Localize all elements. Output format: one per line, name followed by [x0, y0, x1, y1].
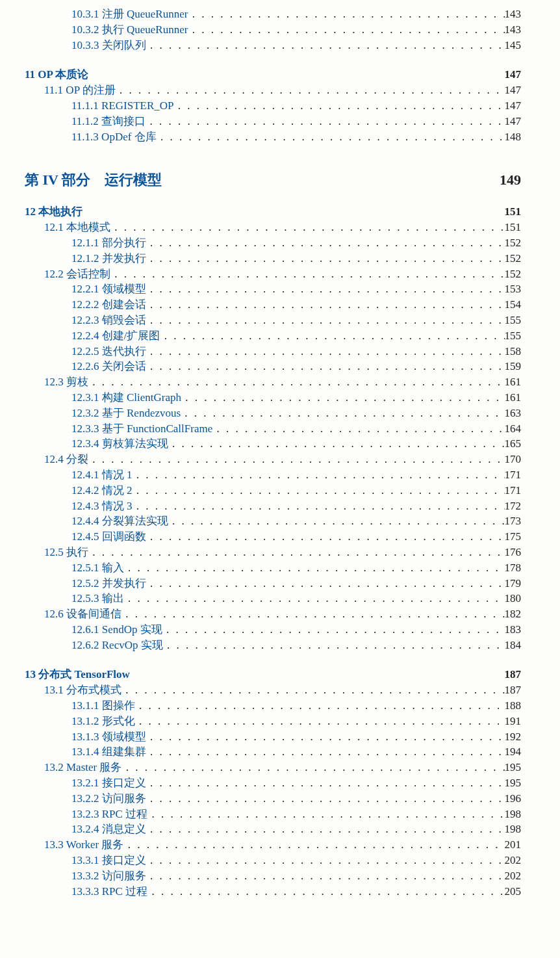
toc-leader-dots	[149, 344, 505, 359]
toc-entry[interactable]: 13.3.3 RPC 过程 205	[25, 884, 521, 900]
toc-label: 13.2.2 访问服务	[71, 791, 146, 807]
toc-label: 13.2.1 接口定义	[71, 775, 146, 791]
toc-page-number: 195	[505, 775, 522, 791]
toc-entry[interactable]: 12.3.3 基于 FunctionCallFrame 164	[25, 421, 521, 437]
toc-entry[interactable]: 12.6 设备间通信 182	[25, 606, 521, 622]
toc-entry[interactable]: 10.3.2 执行 QueueRunner 143	[25, 22, 521, 38]
toc-entry[interactable]: 12 本地执行151	[25, 204, 521, 220]
toc-entry[interactable]: 11.1.2 查询接口 147	[25, 114, 521, 129]
toc-entry[interactable]: 10.3.3 关闭队列 145	[25, 38, 521, 53]
toc-entry[interactable]: 12.3 剪枝 161	[25, 374, 521, 390]
toc-page-number: 161	[505, 390, 522, 406]
toc-entry[interactable]: 11 OP 本质论147	[25, 67, 521, 83]
toc-entry[interactable]: 12.1.1 部分执行 152	[25, 235, 521, 251]
toc-entry[interactable]: 12.2.1 领域模型 153	[25, 281, 521, 297]
toc-leader-dots	[183, 406, 504, 421]
toc-entry[interactable]: 13.2.2 访问服务 196	[25, 791, 521, 807]
toc-entry[interactable]: 13.2.1 接口定义 195	[25, 775, 521, 791]
toc-label: 12.5 执行	[44, 545, 88, 560]
toc-leader-dots	[171, 513, 505, 529]
toc-entry[interactable]: 11.1 OP 的注册 147	[25, 83, 521, 98]
toc-entry[interactable]: 12.2.3 销毁会话 155	[25, 313, 521, 328]
toc-entry[interactable]: 12.6.2 RecvOp 实现 184	[25, 638, 521, 653]
toc-leader-dots	[149, 38, 505, 53]
toc-label: 11.1.3 OpDef 仓库	[71, 129, 157, 145]
toc-entry[interactable]: 10.3.1 注册 QueueRunner 143	[25, 6, 521, 22]
toc-label: 12.5.1 输入	[71, 560, 124, 576]
toc-leader-dots	[149, 313, 505, 328]
toc-entry[interactable]: 12.5.2 并发执行 179	[25, 576, 521, 591]
toc-page-number: 201	[505, 837, 522, 853]
toc-page-number: 147	[505, 98, 522, 114]
toc-label: 12.2.2 创建会话	[71, 297, 146, 313]
toc-entry[interactable]: 12.6.1 SendOp 实现 183	[25, 622, 521, 638]
toc-entry[interactable]: 13.1.4 组建集群 194	[25, 744, 521, 760]
toc-entry[interactable]: 12.3.4 剪枝算法实现 165	[25, 436, 521, 452]
toc-page-number: 155	[505, 313, 522, 328]
toc-leader-dots	[138, 698, 505, 714]
toc-entry[interactable]: 12.5 执行 176	[25, 545, 521, 560]
toc-entry[interactable]: 12.2.2 创建会话 154	[25, 297, 521, 313]
toc-entry[interactable]: 12.4.5 回调函数 175	[25, 529, 521, 545]
toc-entry[interactable]: 13.1 分布式模式 187	[25, 682, 521, 698]
toc-page-number: 171	[505, 467, 522, 483]
toc-entry[interactable]: 13.3.2 访问服务 202	[25, 868, 521, 884]
toc-label: 13.3 Worker 服务	[44, 837, 124, 853]
toc-entry[interactable]: 12.3.1 构建 ClientGraph 161	[25, 390, 521, 406]
toc-entry[interactable]: 13.1.1 图操作 188	[25, 698, 521, 714]
toc-label: 11.1.1 REGISTER_OP	[71, 98, 174, 114]
toc-page-number: 152	[505, 251, 522, 266]
toc-page-number: 191	[505, 714, 522, 729]
toc-page-number: 179	[505, 576, 522, 591]
toc-entry[interactable]: 13.2.3 RPC 过程 198	[25, 807, 521, 822]
toc-entry[interactable]: 12.4.3 情况 3 172	[25, 498, 521, 514]
toc-entry[interactable]: 13.1.3 领域模型 192	[25, 729, 521, 745]
toc-label: 13.1.3 领域模型	[71, 729, 146, 745]
toc-label: 12.2 会话控制	[44, 266, 110, 282]
toc-entry[interactable]: 13 分布式 TensorFlow187	[25, 667, 521, 682]
toc-entry[interactable]: 13.3 Worker 服务 201	[25, 837, 521, 853]
toc-leader-dots	[184, 390, 504, 406]
toc-entry[interactable]: 12.2.5 迭代执行 158	[25, 344, 521, 359]
toc-entry[interactable]: 12.5.3 输出 180	[25, 591, 521, 606]
toc-page-number: 202	[505, 868, 522, 884]
toc-leader-dots	[149, 281, 505, 297]
toc-label: 第 IV 部分 运行模型	[25, 170, 162, 190]
toc-entry[interactable]: 12.2 会话控制 152	[25, 266, 521, 282]
toc-label: 11.1.2 查询接口	[71, 114, 146, 129]
toc-entry[interactable]: 13.3.1 接口定义 202	[25, 853, 521, 868]
toc-label: 10.3.3 关闭队列	[71, 38, 146, 53]
toc-leader-dots	[149, 775, 505, 791]
toc-leader-dots	[149, 868, 505, 884]
toc-page-number: 155	[505, 328, 522, 344]
toc-page-number: 198	[505, 807, 522, 822]
toc-entry[interactable]: 12.1.2 并发执行 152	[25, 251, 521, 266]
toc-page-number: 159	[505, 359, 522, 374]
toc-entry[interactable]: 12.2.4 创建/扩展图 155	[25, 328, 521, 344]
toc-entry[interactable]: 13.1.2 形式化 191	[25, 714, 521, 729]
toc-entry[interactable]: 12.4.4 分裂算法实现 173	[25, 513, 521, 529]
toc-page-number: 148	[505, 129, 522, 145]
toc-label: 12.4 分裂	[44, 452, 88, 467]
toc-label: 12.6.2 RecvOp 实现	[71, 638, 163, 653]
toc-entry[interactable]: 13.2 Master 服务 195	[25, 760, 521, 775]
toc-entry[interactable]: 12.4.1 情况 1 171	[25, 467, 521, 483]
toc-page-number: 149	[500, 172, 521, 188]
toc-page-number: 171	[505, 483, 522, 498]
toc-entry[interactable]: 12.3.2 基于 Rendezvous 163	[25, 406, 521, 421]
toc-entry[interactable]: 11.1.1 REGISTER_OP 147	[25, 98, 521, 114]
toc-leader-dots	[148, 114, 504, 129]
toc-leader-dots	[166, 638, 505, 653]
toc-entry[interactable]: 12.2.6 关闭会话 159	[25, 359, 521, 374]
toc-page-number: 164	[505, 421, 522, 437]
toc-page-number: 151	[505, 204, 522, 220]
toc-entry[interactable]: 12.4 分裂 170	[25, 452, 521, 467]
toc-entry[interactable]: 12.4.2 情况 2 171	[25, 483, 521, 498]
toc-page-number: 170	[505, 452, 522, 467]
toc-entry[interactable]: 13.2.4 消息定义 198	[25, 822, 521, 837]
toc-entry[interactable]: 12.5.1 输入 178	[25, 560, 521, 576]
toc-entry[interactable]: 第 IV 部分 运行模型149	[25, 170, 521, 190]
toc-entry[interactable]: 12.1 本地模式 151	[25, 220, 521, 235]
toc-page-number: 178	[505, 560, 522, 576]
toc-entry[interactable]: 11.1.3 OpDef 仓库 148	[25, 129, 521, 145]
